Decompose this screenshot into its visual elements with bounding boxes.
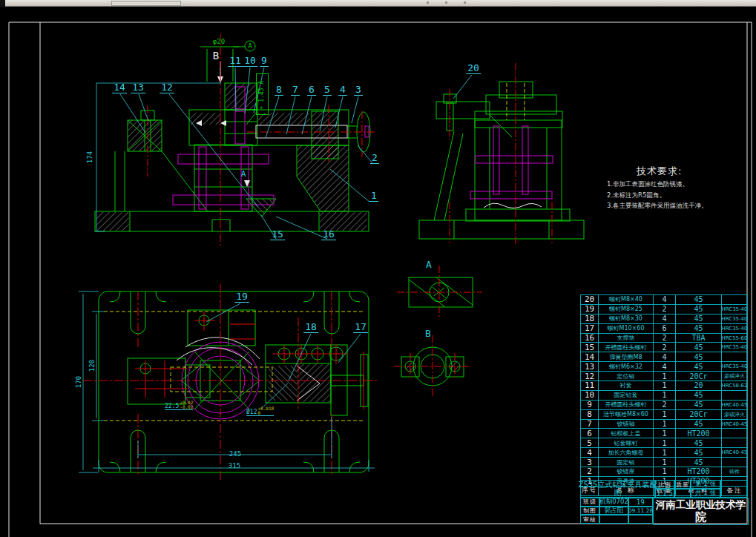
section-label-b: B [425,328,431,339]
dimension-value: Ø12 [246,409,257,415]
empty-cell [720,480,747,498]
part-name-cell: 螺钉M8×40 [599,295,654,304]
part-balloon-number: 18 [303,322,318,333]
part-material-cell: 20 [676,381,722,390]
part-note-cell: HRC35-40 [722,305,748,314]
drafter-name: 郭占阳 [599,507,628,515]
part-name-cell: 螺钉M8×30 [599,314,654,323]
part-note-cell: HRC35-40 [722,324,748,333]
part-number-cell: 2 [581,467,599,476]
part-material-cell: 45 [676,314,722,323]
tolerance-dimension-label: Ø12 +0.018 0 [246,406,274,416]
lower-tolerance: -0.02 [180,405,193,409]
part-number-cell: 16 [581,334,599,343]
part-qty-cell: 4 [654,362,676,371]
part-note-cell [722,391,748,400]
part-note-cell: HRC35-40 [722,343,748,352]
part-qty-cell: 1 [654,458,676,467]
parts-table-row: 12 定位销 1 20Cr 渗碳淬火 [581,372,748,381]
part-material-cell: 45 [676,391,722,400]
part-material-cell: 45 [676,401,722,409]
parts-table-row: 11 衬套 1 20 HRC58-62 [581,381,748,391]
part-material-cell: 45 [676,362,722,371]
part-name-cell: 固定销 [599,458,654,467]
drafter-label: 制图 [580,507,599,515]
part-qty-cell: 1 [654,420,676,429]
part-qty-cell: 4 [654,314,676,323]
dimension-label: 174 [86,151,93,163]
part-name-cell: 活节螺栓M8×60 [599,410,654,419]
part-material-cell: 45 [676,458,722,467]
part-number-cell: 18 [581,314,599,323]
parts-list-table: 20 螺钉M8×40 4 45 19 螺钉M8×25 2 45 HRC35-40… [580,294,748,496]
technical-requirements: 技术要求: 1.非加工表面涂红色防锈漆。2.未标注为R5圆角。3.各主要装配零件… [607,165,755,211]
cut-label-a: A [241,169,246,179]
part-balloon-number: 4 [338,85,347,96]
side-view [419,63,584,245]
draw-date: 09.11.28 [628,507,653,515]
part-number-cell: 14 [581,352,599,361]
parts-table-row: 13 螺钉M6×32 4 45 HRC35-40 [581,362,748,372]
part-balloon-number: 7 [291,85,300,96]
drawing-title-line2: 图 [614,489,622,497]
sheet-number: 第 1 张 [691,480,720,489]
part-note-cell: HRC35-40 [722,362,748,371]
parts-table-row: 3 固定销 1 45 [581,458,748,467]
part-note-cell: HRC35-40 [722,314,748,323]
part-balloon-number: 19 [234,291,249,303]
part-qty-cell: 1 [654,372,676,380]
part-note-cell: 渗碳淬火 [722,372,748,380]
scale-value: 1:1.5 [655,489,674,498]
part-material-cell: 45 [676,295,722,304]
part-number-cell: 19 [581,305,599,314]
part-note-cell [722,352,748,361]
part-material-cell: 45 [676,305,722,314]
part-balloon-number: 17 [353,322,368,333]
scale-label: 比例 [655,480,674,489]
part-note-cell: HRC40-45 [722,420,748,429]
part-balloon-number: 3 [354,85,363,96]
part-name-cell: 螺钉M8×25 [599,305,654,314]
school-name-line2: 院 [654,511,748,524]
part-name-cell: 铰链轴 [599,420,654,429]
part-number-cell: 20 [581,295,599,304]
check-date [628,515,653,524]
technical-requirement-item: 1.非加工表面涂红色防锈漆。 [607,179,755,189]
tolerance-text: ⌖ 1.45 A [258,75,266,115]
tolerance-stack: +0.018 0 [257,406,274,415]
part-number-cell: 15 [581,343,599,352]
parts-table-row: 18 螺钉M8×30 4 45 HRC35-40 [581,314,748,324]
part-material-cell: 45 [676,438,722,447]
part-note-cell: 铸件 [722,467,748,476]
parts-table-row: 20 螺钉M8×40 4 45 [581,295,748,305]
part-note-cell: HRC40-45 [722,401,748,409]
part-name-cell: 固定钻套 [599,391,654,400]
part-balloon-number: 15 [270,229,285,240]
parts-table-row: 5 钻套螺钉 1 45 [581,438,748,448]
part-number-cell: 5 [581,438,599,447]
parts-table-row: 16 支撑块 2 T8A HRC55-60 [581,334,748,343]
parts-table-row: 6 钻模板上盖 1 HT200 [581,429,748,438]
part-number-cell: 17 [581,324,599,333]
part-number-cell: 8 [581,410,599,419]
parts-table-row: 8 活节螺栓M8×60 1 20Cr 渗碳淬火 [581,410,748,420]
part-note-cell [722,438,748,447]
section-a-view [397,266,482,319]
class-value: 机制0702 [599,498,628,507]
geometric-tolerance-frame: ⌖ 1.45 A [256,73,269,115]
technical-requirement-item: 2.未标注为R5圆角。 [607,191,755,200]
sheets-total: 共 1 张 [691,489,720,498]
part-qty-cell: 2 [654,343,676,352]
dimension-label: φ20 [213,38,225,45]
parts-table-row: 10 固定钻套 1 45 [581,391,748,401]
parts-table-row: 19 螺钉M8×25 2 45 HRC35-40 [581,305,748,314]
part-balloon-number: 12 [160,82,174,93]
part-name-cell: 衬套 [599,381,654,390]
mass-value [674,489,691,498]
section-b-view [394,335,471,398]
part-balloon-number: 11 [228,56,243,67]
part-balloon-number: 20 [466,63,481,74]
part-name-cell: 钻模板上盖 [599,429,654,438]
part-balloon-number: 2 [370,153,379,164]
part-number-cell: 4 [581,448,599,457]
